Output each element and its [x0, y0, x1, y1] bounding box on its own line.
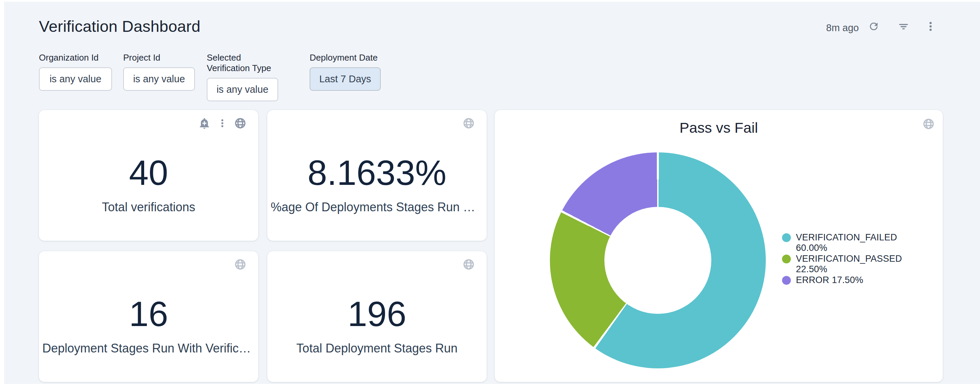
alert-bell-plus-icon[interactable]	[198, 117, 211, 130]
legend-swatch	[782, 233, 791, 242]
kpi-card-stages-run-with-verification: 16 Deployment Stages Run With Verificati…	[39, 251, 258, 382]
globe-icon-glyph	[922, 118, 935, 130]
globe-icon-glyph	[234, 117, 247, 130]
filter-label: Selected Verification Type	[207, 53, 278, 73]
more-vert-icon-glyph	[925, 21, 936, 32]
filter-value-deployment-date[interactable]: Last 7 Days	[310, 67, 381, 91]
filter-icon-glyph	[898, 21, 909, 32]
legend-percent: 60.00%	[796, 243, 897, 253]
legend-item-verification-passed[interactable]: VERIFICATION_PASSED 22.50%	[782, 254, 883, 275]
filter-value-verification-type[interactable]: is any value	[207, 78, 278, 101]
kpi-value: 8.1633%	[267, 154, 487, 191]
kebab-menu-icon[interactable]	[216, 117, 229, 130]
last-refresh-timestamp: 8m ago	[826, 22, 859, 34]
globe-icon[interactable]	[922, 118, 935, 130]
kpi-label: Total Deployment Stages Run	[267, 341, 487, 356]
card-icon-row	[198, 117, 247, 130]
filter-group-verification-type: Selected Verification Type is any value	[207, 53, 278, 101]
legend-item-error[interactable]: ERROR 17.50%	[782, 275, 883, 286]
legend-label: VERIFICATION_PASSED	[796, 254, 902, 264]
legend-label: ERROR 17.50%	[796, 275, 863, 286]
globe-icon-glyph	[462, 117, 475, 130]
kpi-value: 16	[39, 295, 258, 332]
filter-group-deployment-date: Deployment Date Last 7 Days	[310, 53, 381, 91]
donut-hole	[605, 207, 711, 314]
legend-label: VERIFICATION_FAILED	[796, 232, 897, 243]
dashboard-page: Verification Dashboard 8m ago Organizati…	[0, 0, 980, 388]
legend-item-verification-failed[interactable]: VERIFICATION_FAILED 60.00%	[782, 232, 883, 253]
filter-label: Project Id	[123, 53, 195, 63]
filter-value-organization-id[interactable]: is any value	[39, 67, 112, 91]
legend-swatch	[782, 276, 791, 285]
chart-title: Pass vs Fail	[495, 120, 943, 136]
globe-icon[interactable]	[234, 117, 247, 130]
chart-legend: VERIFICATION_FAILED 60.00% VERIFICATION_…	[782, 232, 883, 286]
kpi-label: %age Of Deployments Stages Run With V…	[267, 200, 487, 214]
filter-value-project-id[interactable]: is any value	[123, 67, 195, 91]
legend-text: VERIFICATION_PASSED 22.50%	[796, 254, 902, 275]
globe-icon[interactable]	[234, 258, 247, 271]
filter-label: Deployment Date	[310, 53, 381, 63]
kpi-value: 196	[267, 295, 487, 332]
kpi-label: Deployment Stages Run With Verification	[39, 341, 258, 356]
kebab-menu-icon-glyph	[217, 118, 228, 128]
refresh-icon[interactable]	[866, 19, 881, 34]
kpi-card-pct-stages-with-verification: 8.1633% %age Of Deployments Stages Run W…	[267, 110, 487, 241]
legend-text: ERROR 17.50%	[796, 275, 863, 286]
refresh-icon-glyph	[868, 21, 880, 32]
kpi-card-total-verifications: 40 Total verifications	[39, 110, 258, 241]
filter-icon[interactable]	[896, 19, 911, 34]
chart-card-pass-vs-fail: Pass vs Fail VERIFICATION_FAILED 60.00% …	[495, 110, 943, 382]
more-vert-icon[interactable]	[923, 19, 938, 34]
legend-percent: 22.50%	[796, 264, 902, 275]
globe-icon-glyph	[234, 258, 247, 271]
alert-bell-plus-icon-glyph	[198, 117, 210, 129]
kpi-label: Total verifications	[39, 200, 258, 214]
legend-text: VERIFICATION_FAILED 60.00%	[796, 232, 897, 253]
kpi-value: 40	[39, 154, 258, 191]
globe-icon-glyph	[462, 258, 475, 271]
filter-group-project-id: Project Id is any value	[123, 53, 195, 91]
legend-swatch	[782, 255, 791, 263]
filter-group-organization-id: Organization Id is any value	[39, 53, 112, 91]
globe-icon[interactable]	[462, 258, 475, 271]
donut-chart[interactable]	[550, 152, 766, 368]
page-title: Verification Dashboard	[39, 17, 200, 35]
filter-label: Organization Id	[39, 53, 112, 63]
globe-icon[interactable]	[462, 117, 475, 130]
kpi-card-total-stages-run: 196 Total Deployment Stages Run	[267, 251, 487, 382]
